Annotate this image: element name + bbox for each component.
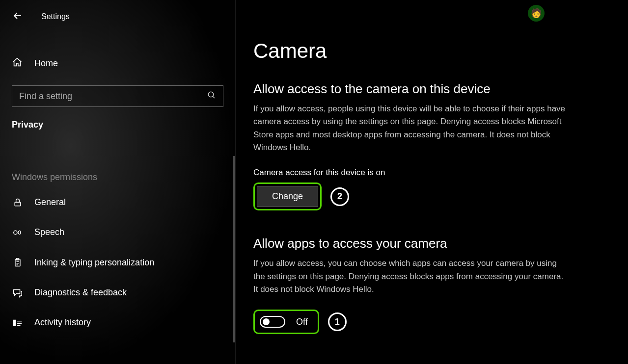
change-row: Change 2 [253,182,608,210]
page-title: Camera [253,39,608,63]
feedback-icon [12,288,24,298]
sidebar-item-label: Activity history [34,317,91,328]
search-icon[interactable] [207,91,216,102]
apps-access-toggle[interactable] [260,316,285,328]
speech-icon [12,228,24,237]
sidebar-item-label: Inking & typing personalization [34,258,154,268]
sidebar-item-speech[interactable]: Speech [0,217,235,247]
apps-toggle-row: Off 1 [253,310,608,334]
home-label: Home [34,58,58,69]
lock-icon [12,198,24,208]
sidebar-header: Settings [0,7,235,35]
sidebar-item-diagnostics[interactable]: Diagnostics & feedback [0,278,235,308]
home-icon [12,57,23,70]
privacy-heading: Privacy [0,107,235,130]
activity-icon [12,318,24,328]
section-allow-apps-title: Allow apps to access your camera [253,236,608,251]
window-title: Settings [41,12,70,21]
sidebar-item-label: Diagnostics & feedback [34,287,127,298]
change-button[interactable]: Change [257,186,318,207]
section-allow-device-title: Allow access to the camera on this devic… [253,81,608,97]
toggle-knob [263,318,270,325]
sidebar: Settings Home Privacy Windows permission… [0,0,236,364]
camera-access-status: Camera access for this device is on [253,168,608,178]
svg-rect-1 [15,202,21,206]
sidebar-section-label: Windows permissions [0,172,235,182]
svg-point-2 [14,231,17,234]
main-content: 🧑 Camera Allow access to the camera on t… [236,0,628,364]
user-avatar[interactable]: 🧑 [528,5,545,22]
sidebar-scrollbar[interactable] [233,156,235,342]
section-allow-apps-desc: If you allow access, you can choose whic… [253,257,568,296]
home-nav-item[interactable]: Home [0,50,235,77]
sidebar-item-label: Speech [34,227,64,237]
search-box[interactable] [12,85,223,107]
sidebar-item-general[interactable]: General [0,187,235,217]
sidebar-item-label: General [34,197,66,208]
apps-toggle-highlight: Off [253,310,319,334]
change-highlight: Change [253,182,322,210]
sidebar-item-activity[interactable]: Activity history [0,308,235,338]
search-input[interactable] [19,91,207,102]
step-badge-2: 2 [330,187,349,206]
apps-toggle-state: Off [296,317,308,327]
svg-point-0 [208,92,214,97]
section-allow-device-desc: If you allow access, people using this d… [253,103,568,154]
back-arrow-icon[interactable] [12,10,24,24]
clipboard-icon [12,257,24,268]
step-badge-1: 1 [328,312,347,331]
sidebar-item-inking[interactable]: Inking & typing personalization [0,247,235,278]
